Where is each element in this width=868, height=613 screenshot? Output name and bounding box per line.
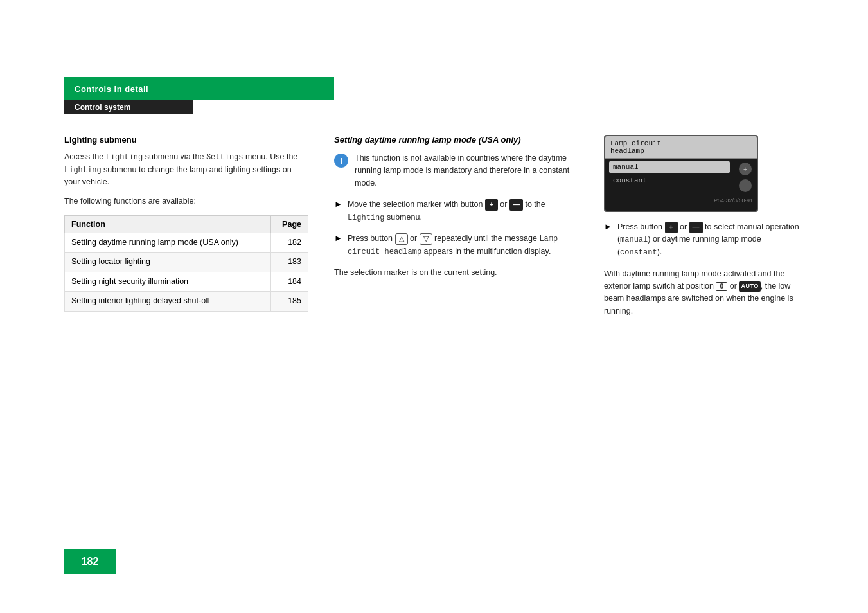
subtitle-bar: Control system: [64, 100, 193, 114]
lighting-code-3: Lighting: [348, 213, 385, 222]
bullet-text-2: Press button △ or ▽ repeatedly until the…: [348, 233, 578, 258]
triangle-up-btn: △: [395, 233, 408, 245]
function-table: Function Page Setting daytime running la…: [64, 215, 308, 312]
available-text: The following functions are available:: [64, 195, 308, 208]
table-cell-page: 185: [270, 292, 308, 312]
screen-caption: P54·32/3/50·91: [605, 196, 757, 205]
table-cell-page: 183: [270, 253, 308, 272]
table-row: Setting interior lighting delayed shut-o…: [65, 292, 308, 312]
table-cell-page: 184: [270, 272, 308, 292]
bullet-item-2: ► Press button △ or ▽ repeatedly until t…: [334, 233, 578, 258]
screen-header-2: headlamp: [610, 147, 752, 155]
info-icon: i: [334, 154, 348, 168]
header-bar-title: Controls in detail: [75, 84, 148, 94]
right-bullet-item: ► Press button + or — to select manual o…: [604, 221, 803, 259]
lighting-code-2: Lighting: [64, 166, 102, 175]
daytime-heading: Setting daytime running lamp mode (USA o…: [334, 135, 578, 145]
selection-note: The selection marker is on the current s…: [334, 267, 578, 279]
right-bullet-arrow: ►: [604, 222, 612, 231]
table-cell-function: Setting daytime running lamp mode (USA o…: [65, 233, 271, 253]
content-right: Lamp circuit headlamp manual constant + …: [604, 135, 803, 324]
screen-item-constant: constant: [609, 175, 730, 186]
subtitle-bar-title: Control system: [75, 103, 130, 112]
page-container: Controls in detail Control system Lighti…: [0, 0, 868, 613]
lighting-code: Lighting: [106, 153, 143, 162]
content-middle: Setting daytime running lamp mode (USA o…: [334, 135, 578, 286]
manual-code: manual: [620, 235, 648, 244]
bullet-arrow-2: ►: [334, 233, 342, 243]
page-number: 182: [82, 556, 99, 567]
minus-button-2: —: [689, 222, 703, 233]
col-function: Function: [65, 215, 271, 233]
bullet-arrow-1: ►: [334, 199, 342, 209]
lighting-submenu-heading: Lighting submenu: [64, 135, 308, 145]
page-number-box: 182: [64, 549, 116, 574]
bullet-item-1: ► Move the selection marker with button …: [334, 199, 578, 224]
settings-code: Settings: [206, 153, 244, 162]
table-cell-function: Setting interior lighting delayed shut-o…: [65, 292, 271, 312]
content-left: Lighting submenu Access the Lighting sub…: [64, 135, 308, 312]
badge-auto: AUTO: [739, 281, 760, 292]
screen-btn-up: +: [739, 163, 752, 175]
table-row: Setting daytime running lamp mode (USA o…: [65, 233, 308, 253]
lighting-intro: Access the Lighting submenu via the Sett…: [64, 151, 308, 189]
col-page: Page: [270, 215, 308, 233]
minus-button-1: —: [509, 199, 523, 211]
header-bar: Controls in detail: [64, 77, 334, 100]
table-cell-page: 182: [270, 233, 308, 253]
triangle-down-btn: ▽: [420, 233, 432, 245]
info-box: i This function is not available in coun…: [334, 152, 578, 190]
screen-header-1: Lamp circuit: [610, 139, 752, 147]
plus-button-1: +: [485, 199, 498, 211]
screen-display: Lamp circuit headlamp manual constant + …: [604, 135, 758, 212]
daytime-note: With daytime running lamp mode activated…: [604, 268, 803, 318]
lamp-circuit-code: Lamp circuit headlamp: [348, 235, 558, 256]
screen-btn-down: −: [739, 179, 752, 192]
constant-code: constant: [620, 248, 657, 257]
info-text: This function is not available in countr…: [355, 152, 578, 190]
table-cell-function: Setting locator lighting: [65, 253, 271, 272]
badge-zero: 0: [716, 282, 727, 291]
bullet-text-1: Move the selection marker with button + …: [348, 199, 578, 224]
screen-item-manual: manual: [609, 161, 730, 173]
right-bullet-text: Press button + or — to select manual ope…: [617, 221, 803, 259]
table-row: Setting locator lighting183: [65, 253, 308, 272]
table-row: Setting night security illumination184: [65, 272, 308, 292]
plus-button-2: +: [665, 222, 678, 233]
table-cell-function: Setting night security illumination: [65, 272, 271, 292]
